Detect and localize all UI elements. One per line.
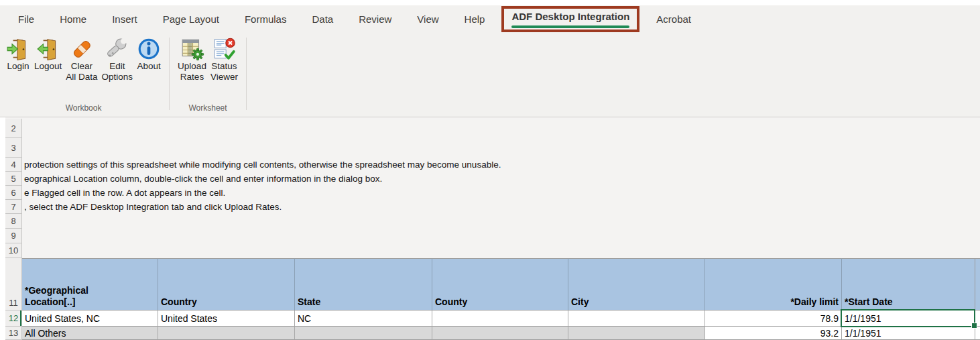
status-viewer-icon	[212, 37, 236, 61]
instruction-text-row7[interactable]: , select the ADF Desktop Integration tab…	[22, 200, 980, 214]
button-label-2: All Data	[66, 72, 97, 82]
tab-data[interactable]: Data	[299, 5, 346, 32]
tab-formulas[interactable]: Formulas	[232, 5, 300, 32]
spreadsheet: 2 3 4protection settings of this spreads…	[0, 117, 980, 340]
sheet-row-8: 8	[5, 214, 980, 229]
ribbon-tab-bar: File Home Insert Page Layout Formulas Da…	[0, 5, 980, 32]
row-header-13[interactable]: 13	[5, 327, 22, 340]
sheet-row-5: 5eographical Location column, double-cli…	[5, 172, 980, 186]
sheet-row-3: 3	[5, 138, 980, 158]
row-header-8[interactable]: 8	[5, 214, 22, 229]
fill-handle[interactable]	[971, 323, 977, 329]
tab-adf-desktop-integration[interactable]: ADF Desktop Integration	[501, 6, 639, 32]
header-country[interactable]: Country	[158, 258, 295, 310]
tab-acrobat[interactable]: Acrobat	[644, 5, 704, 32]
cell-daily-limit[interactable]: 78.9	[705, 310, 842, 327]
header-state[interactable]: State	[295, 258, 432, 310]
instruction-text-row4[interactable]: protection settings of this spreadsheet …	[22, 158, 980, 172]
tab-file[interactable]: File	[5, 5, 47, 32]
wrench-icon	[105, 37, 129, 61]
button-label: Upload	[178, 61, 206, 72]
row-header-3[interactable]: 3	[5, 138, 22, 158]
sheet-row-6: 6e Flagged cell in the row. A dot appear…	[5, 186, 980, 200]
table-row-13: 13 All Others 93.2 1/1/1951	[5, 327, 980, 340]
button-label: Logout	[34, 61, 62, 72]
info-icon	[137, 37, 161, 61]
sheet-row-2: 2	[5, 119, 980, 138]
cell-row10[interactable]	[22, 243, 980, 258]
ribbon-group-worksheet: Upload Rates	[176, 32, 240, 117]
button-label: About	[137, 61, 160, 72]
instruction-text-row6[interactable]: e Flagged cell in the row. A dot appears…	[22, 186, 980, 200]
ribbon: File Home Insert Page Layout Formulas Da…	[0, 5, 980, 117]
tab-page-layout[interactable]: Page Layout	[150, 5, 232, 32]
tab-help[interactable]: Help	[452, 5, 498, 32]
cell-daily-limit[interactable]: 93.2	[705, 327, 842, 340]
sheet-row-10: 10	[5, 243, 980, 258]
eraser-icon	[70, 37, 94, 61]
ribbon-group-separator-2	[246, 38, 247, 110]
tab-view[interactable]: View	[404, 5, 451, 32]
selected-cell-value: 1/1/1951	[845, 313, 881, 324]
cell-start-date-selected[interactable]: 1/1/1951	[842, 310, 975, 327]
row-header-6[interactable]: 6	[5, 186, 22, 200]
cell-row2[interactable]	[22, 119, 980, 138]
clear-all-data-button[interactable]: Clear All Data	[64, 36, 99, 84]
active-tab-underline	[511, 25, 629, 28]
row-header-9[interactable]: 9	[5, 229, 22, 243]
login-button[interactable]: Login	[4, 36, 32, 73]
row-header-2[interactable]: 2	[5, 119, 22, 138]
about-button[interactable]: About	[135, 36, 163, 73]
cell-geographical-location[interactable]: All Others	[22, 327, 158, 340]
header-geographical-location[interactable]: *Geographical Location[..]	[22, 258, 158, 310]
upload-rates-button[interactable]: Upload Rates	[176, 36, 208, 84]
cell-state[interactable]	[295, 327, 432, 340]
excel-window: File Home Insert Page Layout Formulas Da…	[0, 0, 980, 340]
cell-row9[interactable]	[22, 229, 980, 243]
cell-row8[interactable]	[22, 214, 980, 229]
row-header-11[interactable]: 11	[5, 258, 22, 310]
login-door-icon	[6, 37, 30, 61]
logout-button[interactable]: Logout	[32, 36, 64, 73]
row-header-4[interactable]: 4	[5, 158, 22, 172]
cell-county[interactable]	[432, 310, 568, 327]
header-start-date[interactable]: *Start Date	[842, 258, 975, 310]
cell-country[interactable]	[158, 327, 295, 340]
cell-county[interactable]	[432, 327, 568, 340]
button-label: Status	[211, 61, 237, 72]
row-header-5[interactable]: 5	[5, 172, 22, 186]
cell-country[interactable]: United States	[158, 310, 295, 327]
button-label-2: Rates	[180, 72, 204, 82]
button-label: Edit	[109, 61, 125, 72]
button-label: Clear	[71, 61, 93, 72]
edit-options-button[interactable]: Edit Options	[100, 36, 135, 84]
tab-home[interactable]: Home	[47, 5, 99, 32]
cell-state[interactable]: NC	[295, 310, 432, 327]
row-header-12[interactable]: 12	[5, 310, 22, 327]
sheet-row-4: 4protection settings of this spreadsheet…	[5, 158, 980, 172]
header-county[interactable]: County	[432, 258, 568, 310]
logout-door-icon	[36, 37, 60, 61]
button-label-2: Viewer	[210, 72, 238, 82]
group-label-worksheet: Worksheet	[176, 103, 240, 117]
row-header-7[interactable]: 7	[5, 200, 22, 214]
cell-row3[interactable]	[22, 138, 980, 158]
cell-geographical-location[interactable]: United States, NC	[22, 310, 158, 327]
header-sliver	[975, 258, 980, 310]
status-viewer-button[interactable]: Status Viewer	[208, 36, 240, 84]
cell-city[interactable]	[568, 310, 705, 327]
tab-review[interactable]: Review	[346, 5, 404, 32]
group-label-workbook: Workbook	[4, 103, 163, 117]
row-header-10[interactable]: 10	[5, 243, 22, 258]
cell-sliver	[975, 327, 980, 340]
header-daily-limit[interactable]: *Daily limit	[705, 258, 842, 310]
header-city[interactable]: City	[568, 258, 705, 310]
instruction-text-row5[interactable]: eographical Location column, double-clic…	[22, 172, 980, 186]
table-row-12: 12 United States, NC United States NC 78…	[5, 310, 980, 327]
button-label: Login	[7, 61, 29, 72]
cell-start-date[interactable]: 1/1/1951	[842, 327, 975, 340]
tab-insert[interactable]: Insert	[99, 5, 150, 32]
ribbon-button-area: Login Logout	[0, 32, 980, 117]
cell-city[interactable]	[568, 327, 705, 340]
button-label-2: Options	[102, 72, 133, 82]
